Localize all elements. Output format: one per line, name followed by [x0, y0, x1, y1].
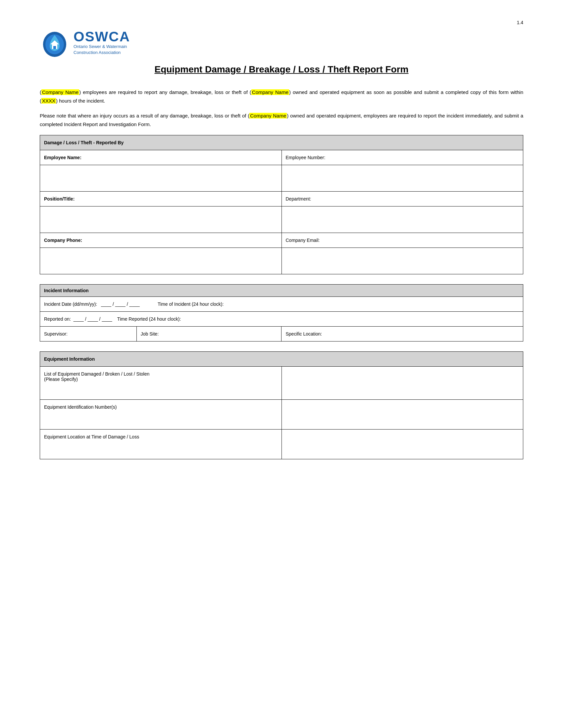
equipment-table: Equipment Information List of Equipment … [40, 351, 523, 459]
header-section: OSWCA Ontario Sewer & Watermain Construc… [40, 28, 523, 58]
company-name-highlight-1: Company Name [41, 89, 79, 95]
department-value[interactable] [282, 206, 523, 233]
intro-paragraph-1: (Company Name) employees are required to… [40, 88, 523, 105]
supervisor-label: Supervisor: [44, 331, 68, 337]
oswca-logo-icon [40, 28, 70, 58]
equipment-list-value[interactable] [282, 367, 523, 400]
reported-by-header: Damage / Loss / Theft - Reported By [40, 135, 523, 150]
employee-number-value[interactable] [282, 165, 523, 192]
form-title: Equipment Damage / Breakage / Loss / The… [40, 64, 523, 75]
reported-sep2: / [99, 316, 101, 322]
time-incident-label: Time of Incident (24 hour clock): [158, 301, 223, 307]
position-title-label: Position/Title: [40, 192, 282, 206]
employee-number-label: Employee Number: [282, 150, 523, 165]
company-name-highlight-3: Company Name [249, 113, 287, 118]
incident-table: Incident Information Incident Date (dd/m… [40, 284, 523, 341]
employee-name-label: Employee Name: [40, 150, 282, 165]
intro-paragraph-2: Please note that where an injury occurs … [40, 112, 523, 128]
intro-text-3: hours of the incident. [59, 98, 105, 104]
logo-subtitle-line2: Construction Association [73, 50, 130, 56]
logo-title: OSWCA [73, 30, 130, 44]
specific-location-cell: Specific Location: [282, 327, 523, 341]
company-email-value[interactable] [282, 248, 523, 274]
xxxx-highlight: XXXX [41, 98, 56, 104]
job-site-label: Job Site: [141, 331, 159, 337]
reported-sep1: / [85, 316, 86, 322]
equipment-id-label: Equipment Identification Number(s) [40, 400, 282, 430]
specific-location-label: Specific Location: [286, 331, 322, 337]
employee-name-value[interactable] [40, 165, 282, 192]
time-reported-label: Time Reported (24 hour clock): [117, 316, 181, 322]
page-number: 1.4 [40, 20, 523, 25]
company-phone-label: Company Phone: [40, 233, 282, 248]
incident-date-label: Incident Date (dd/mm/yy): [44, 301, 97, 307]
job-site-cell: Job Site: [136, 327, 282, 341]
incident-date-row: Incident Date (dd/mm/yy): ____ / ____ / … [40, 297, 523, 312]
company-email-label: Company Email: [282, 233, 523, 248]
incident-header: Incident Information [40, 285, 523, 297]
reported-on-label: Reported on: [44, 316, 71, 322]
intro-para2-text1: Please note that where an injury occurs … [40, 113, 246, 118]
reported-on-row: Reported on: ____ / ____ / ____ Time Rep… [40, 312, 523, 327]
intro-text-2: owned and operated equipment as soon as … [293, 89, 523, 95]
company-name-highlight-2: Company Name [251, 89, 289, 95]
equipment-header: Equipment Information [40, 352, 523, 367]
intro-text-1: employees are required to report any dam… [83, 89, 248, 95]
incident-sep2: / [127, 301, 128, 307]
equipment-id-value[interactable] [282, 400, 523, 430]
equipment-location-value[interactable] [282, 430, 523, 459]
company-phone-value[interactable] [40, 248, 282, 274]
department-label: Department: [282, 192, 523, 206]
supervisor-cell: Supervisor: [40, 327, 137, 341]
equipment-location-label: Equipment Location at Time of Damage / L… [40, 430, 282, 459]
logo-text-block: OSWCA Ontario Sewer & Watermain Construc… [73, 30, 130, 56]
reported-by-table: Damage / Loss / Theft - Reported By Empl… [40, 135, 523, 274]
position-title-value[interactable] [40, 206, 282, 233]
logo-subtitle-line1: Ontario Sewer & Watermain [73, 44, 130, 50]
incident-sep1: / [113, 301, 114, 307]
logo-container: OSWCA Ontario Sewer & Watermain Construc… [40, 28, 130, 58]
svg-rect-4 [53, 46, 56, 49]
equipment-list-label: List of Equipment Damaged / Broken / Los… [40, 367, 282, 400]
